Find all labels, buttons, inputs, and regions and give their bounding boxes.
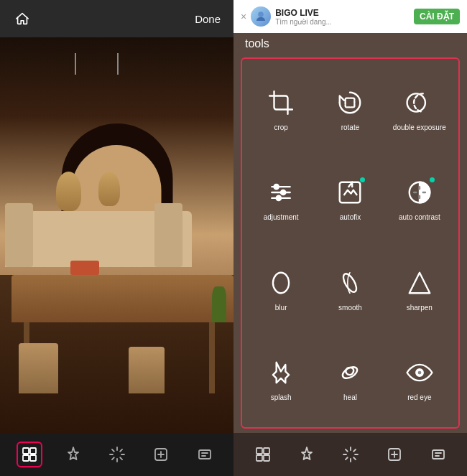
red-eye-icon: [402, 355, 438, 391]
svg-rect-7: [346, 98, 355, 108]
photo-placeholder: [0, 37, 234, 433]
right-sparkle-icon[interactable]: [338, 442, 364, 467]
blur-label: blur: [275, 304, 287, 312]
svg-rect-2: [23, 455, 29, 461]
sharpen-icon: [402, 265, 438, 301]
done-button[interactable]: Done: [195, 13, 221, 25]
ad-subtitle: Tìm người dang...: [275, 18, 414, 26]
crop-icon: [263, 85, 299, 121]
right-brush-icon[interactable]: [294, 442, 320, 467]
tool-smooth[interactable]: smooth: [317, 245, 383, 332]
sparkle-icon[interactable]: [104, 442, 130, 467]
smooth-label: smooth: [338, 304, 362, 312]
right-bottom-bar: [234, 433, 467, 476]
left-bottom-bar: [0, 433, 234, 476]
svg-rect-20: [256, 448, 262, 454]
tool-splash[interactable]: splash: [248, 335, 314, 421]
left-header: Done: [0, 0, 234, 37]
tool-rotate[interactable]: rotate: [317, 65, 383, 151]
auto-contrast-icon: [402, 174, 438, 210]
double-exposure-label: double exposure: [393, 123, 446, 131]
tool-blur[interactable]: blur: [248, 245, 314, 332]
svg-rect-1: [30, 448, 36, 454]
right-tools-icon[interactable]: [250, 442, 276, 467]
tool-heal[interactable]: heal: [317, 335, 383, 421]
right-sticker-icon[interactable]: [382, 442, 407, 467]
tools-grid: crop rotate double exposure: [241, 57, 460, 429]
tool-red-eye[interactable]: red eye: [387, 335, 453, 421]
ad-install-button[interactable]: CÀI ĐẶT: [414, 9, 460, 24]
tools-grid-container: crop rotate double exposure: [234, 53, 467, 433]
tool-sharpen[interactable]: sharpen: [387, 245, 453, 332]
home-icon[interactable]: [13, 9, 32, 28]
heal-label: heal: [343, 393, 357, 401]
svg-rect-25: [433, 450, 444, 459]
right-panel: × BIGO LIVE Tìm người dang... CÀI ĐẶT to…: [234, 0, 467, 476]
svg-rect-23: [264, 455, 269, 461]
smooth-icon: [332, 265, 368, 301]
svg-rect-5: [199, 450, 211, 459]
ad-close-button[interactable]: ×: [241, 11, 246, 22]
tool-auto-contrast[interactable]: auto contrast: [387, 154, 453, 241]
ad-text-area: BIGO LIVE Tìm người dang...: [275, 8, 414, 26]
photo-area: [0, 37, 234, 433]
svg-rect-21: [264, 448, 269, 454]
sticker-icon[interactable]: [148, 442, 174, 467]
double-exposure-icon: [402, 85, 438, 121]
svg-point-12: [281, 190, 285, 195]
svg-point-19: [417, 371, 421, 375]
adjustment-icon: [263, 174, 299, 210]
auto-contrast-label: auto contrast: [399, 213, 440, 221]
svg-rect-3: [30, 455, 36, 461]
svg-point-16: [341, 271, 359, 294]
svg-rect-22: [256, 455, 262, 461]
svg-point-11: [274, 185, 279, 189]
svg-point-6: [258, 11, 264, 17]
tools-icon-active[interactable]: [17, 442, 42, 467]
tool-autofix[interactable]: autofix: [317, 154, 383, 241]
tool-double-exposure[interactable]: double exposure: [387, 65, 453, 151]
ad-title: BIGO LIVE: [275, 8, 414, 18]
text-icon[interactable]: [192, 442, 218, 467]
autofix-dot: [360, 177, 365, 182]
rotate-icon: [332, 85, 368, 121]
svg-point-13: [277, 196, 281, 200]
autofix-icon: [332, 174, 368, 210]
svg-rect-0: [23, 448, 29, 454]
autofix-label: autofix: [340, 213, 361, 221]
tool-crop[interactable]: crop: [248, 65, 314, 151]
left-panel: Done: [0, 0, 234, 476]
adjustment-label: adjustment: [264, 213, 299, 221]
tool-adjustment[interactable]: adjustment: [248, 154, 314, 241]
ad-avatar: [251, 6, 271, 27]
tools-label: tools: [234, 33, 467, 53]
auto-contrast-dot: [430, 177, 435, 182]
heal-icon: [332, 355, 368, 391]
ad-banner[interactable]: × BIGO LIVE Tìm người dang... CÀI ĐẶT: [234, 0, 467, 33]
sharpen-label: sharpen: [407, 304, 433, 312]
right-text-icon[interactable]: [425, 442, 451, 467]
splash-label: splash: [271, 393, 292, 401]
red-eye-label: red eye: [407, 393, 431, 401]
brush-icon[interactable]: [60, 442, 86, 467]
rotate-label: rotate: [341, 123, 360, 131]
splash-icon: [263, 355, 299, 391]
blur-icon: [263, 265, 299, 301]
crop-label: crop: [274, 123, 287, 131]
